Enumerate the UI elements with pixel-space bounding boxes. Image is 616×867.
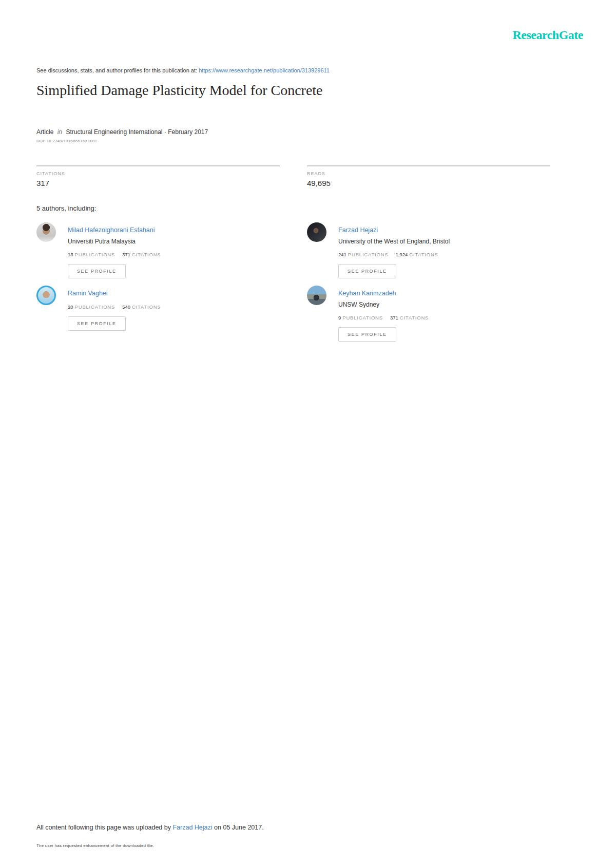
article-meta-line: Article in Structural Engineering Intern… [36, 128, 208, 136]
publications-label: PUBLICATIONS [75, 304, 116, 310]
author-avatar [307, 286, 326, 305]
reads-value: 49,695 [307, 179, 550, 187]
author-stats: 9PUBLICATIONS371CITATIONS [338, 315, 436, 321]
author-avatar [36, 222, 56, 242]
upload-note-suffix: on 05 June 2017. [213, 824, 264, 831]
author-institution: UNSW Sydney [338, 301, 436, 308]
article-type-label: Article [36, 128, 53, 136]
in-word: in [57, 128, 62, 136]
author-card: Milad Hafezolghorani Esfahani Universiti… [36, 222, 168, 278]
journal-info: Structural Engineering International · F… [66, 128, 208, 136]
author-name-link[interactable]: Milad Hafezolghorani Esfahani [68, 227, 155, 234]
author-citations-count: 540 [122, 304, 130, 310]
publications-label: PUBLICATIONS [348, 252, 389, 257]
author-citations-count: 371 [122, 252, 130, 257]
author-avatar [307, 222, 326, 242]
author-stats: 20PUBLICATIONS540CITATIONS [68, 304, 168, 310]
see-profile-button[interactable]: SEE PROFILE [68, 264, 126, 278]
author-name-link[interactable]: Keyhan Karimzadeh [338, 290, 396, 297]
pdf-cover-page: ResearchGate See discussions, stats, and… [0, 0, 616, 867]
citations-label: CITATIONS [36, 171, 280, 176]
author-institution: University of the West of England, Brist… [338, 238, 450, 245]
reads-stat-block: READS 49,695 [307, 165, 550, 187]
upload-note-prefix: All content following this page was uplo… [36, 824, 172, 831]
author-publications-count: 241 [338, 252, 346, 257]
see-profile-button[interactable]: SEE PROFILE [338, 264, 396, 278]
citations-label: CITATIONS [409, 252, 438, 257]
author-stats: 13PUBLICATIONS371CITATIONS [68, 252, 168, 257]
enhancement-note: The user has requested enhancement of th… [36, 843, 154, 848]
publications-label: PUBLICATIONS [342, 315, 383, 321]
author-publications-count: 9 [338, 315, 341, 321]
page-title: Simplified Damage Plasticity Model for C… [36, 82, 498, 99]
author-institution: Universiti Putra Malaysia [68, 238, 168, 245]
citations-label: CITATIONS [132, 304, 161, 310]
author-avatar [36, 286, 56, 305]
author-stats: 241PUBLICATIONS1,924CITATIONS [338, 252, 450, 257]
author-name-link[interactable]: Farzad Hejazi [338, 227, 378, 234]
author-card: Farzad Hejazi University of the West of … [307, 222, 450, 278]
see-profile-button[interactable]: SEE PROFILE [68, 316, 126, 331]
authors-heading: 5 authors, including: [36, 204, 96, 212]
researchgate-logo: ResearchGate [512, 28, 583, 42]
author-card: Keyhan Karimzadeh UNSW Sydney 9PUBLICATI… [307, 286, 436, 342]
see-profile-button[interactable]: SEE PROFILE [338, 327, 396, 342]
see-discussions-text: See discussions, stats, and author profi… [36, 67, 199, 73]
citations-label: CITATIONS [132, 252, 161, 257]
publications-label: PUBLICATIONS [75, 252, 116, 257]
author-publications-count: 20 [68, 304, 73, 310]
author-citations-count: 1,924 [395, 252, 408, 257]
reads-label: READS [307, 171, 550, 176]
author-card: Ramin Vaghei 20PUBLICATIONS540CITATIONS … [36, 286, 168, 331]
uploader-link[interactable]: Farzad Hejazi [172, 824, 212, 831]
doi-text: DOI: 10.2749/101686616X1081 [36, 139, 97, 143]
author-name-link[interactable]: Ramin Vaghei [68, 290, 108, 297]
citations-value: 317 [36, 179, 280, 187]
citations-stat-block: CITATIONS 317 [36, 165, 280, 187]
see-discussions-line: See discussions, stats, and author profi… [36, 67, 330, 73]
author-publications-count: 13 [68, 252, 73, 257]
citations-label: CITATIONS [400, 315, 429, 321]
upload-note: All content following this page was uplo… [36, 824, 264, 831]
author-citations-count: 371 [390, 315, 398, 321]
publication-link[interactable]: https://www.researchgate.net/publication… [199, 67, 330, 73]
